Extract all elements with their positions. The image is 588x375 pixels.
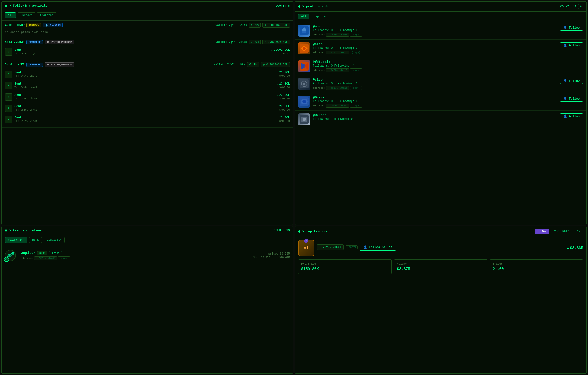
tx-amount-3-1: ↓ 20 SOL $400.00 bbox=[276, 71, 290, 77]
tx-type: Sent bbox=[14, 48, 269, 52]
pnl-value: $3.36M bbox=[570, 246, 583, 250]
tx-icon-3-5: ≡ bbox=[5, 116, 12, 123]
profile-info-label: > profile_info bbox=[302, 5, 329, 8]
profile-count: COUNT: 10 bbox=[560, 5, 576, 8]
tx-amount-3-4: ↓ 20 SOL $400.00 bbox=[276, 105, 290, 111]
sort-liquidity[interactable]: Liquidity bbox=[44, 237, 65, 243]
sol-3: ◎ 0.0000869 SOL bbox=[261, 62, 290, 67]
tx-row-3-3: ≡ Sent To: ptwC...hUE8 ↓ 20 SOL $400.00 bbox=[5, 91, 290, 103]
tx-row-3-2: ≡ Sent To: 5dYB...gmC7 ↓ 20 SOL $400.00 bbox=[5, 80, 290, 91]
tx-details-3-2: Sent To: 5dYB...gmC7 bbox=[14, 82, 274, 89]
filter-unknown[interactable]: unknown bbox=[18, 12, 35, 18]
trending-tokens-header: > trending_tokens COUNT: 20 bbox=[2, 226, 293, 235]
profile-name-sun: @sun bbox=[313, 25, 557, 28]
following-activity-header: > following_activity COUNT: 5 bbox=[2, 2, 293, 10]
profile-info-title: > profile_info bbox=[298, 5, 329, 8]
avatar-sun bbox=[298, 25, 310, 37]
tx-amount-3-3: ↓ 20 SOL $400.00 bbox=[276, 93, 290, 100]
tx-row-3-4: ≡ Sent To: 8kj5...FNSZ ↓ 20 SOL $400.00 bbox=[5, 103, 290, 114]
profile-info-club: @club Followers: 0 Following: 0 address:… bbox=[313, 78, 557, 90]
add-profile-button[interactable]: + bbox=[578, 4, 583, 9]
tx-usd: $0.02 bbox=[271, 52, 290, 55]
profile-item-club: @club Followers: 0 Following: 0 address:… bbox=[295, 75, 586, 93]
copy-trader[interactable]: [copy] bbox=[346, 245, 358, 249]
tx-type-3-4: Sent bbox=[14, 105, 274, 108]
badge-raydium-1: 💧 RAYDIUM bbox=[43, 23, 63, 27]
sort-rank[interactable]: Rank bbox=[29, 237, 42, 243]
tx-icon-3-2: ≡ bbox=[5, 82, 12, 89]
profile-filter-all[interactable]: All bbox=[298, 14, 309, 19]
stat-label-volume: Volume bbox=[397, 262, 484, 265]
profile-info-elon: @elon Followers: 0 Following: 0 address:… bbox=[313, 42, 557, 54]
tx-sol-3-2: ↓ 20 SOL bbox=[276, 82, 290, 86]
copy-davei[interactable]: [copy] bbox=[350, 104, 362, 108]
activity-item-2: 4pcJ...LH3F TRANSFER 🖥 SYSTEM_PROGRAM wa… bbox=[2, 37, 293, 60]
profile-filter-explorer[interactable]: Explorer bbox=[311, 14, 330, 19]
follow-sun-button[interactable]: 👤 Follow bbox=[560, 25, 583, 31]
tx-to: To: HFqU...7gRe bbox=[14, 52, 269, 55]
profile-item-elon: @elon Followers: 0 Following: 0 address:… bbox=[295, 40, 586, 57]
tx-row-2-1: ≡ Sent To: HFqU...7gRe ↓ 0.001 SOL $0.02 bbox=[5, 46, 290, 57]
profile-name-davei: @Davei bbox=[313, 96, 557, 99]
follow-wallet-button[interactable]: 👤 Follow Wallet bbox=[359, 244, 396, 251]
trader-rank-label: #1 bbox=[304, 246, 309, 250]
jupiter-price: price: $0.925 bbox=[253, 252, 290, 255]
profile-addr-fdbubble: address: → 8rPh...DfvP [copy] bbox=[313, 68, 583, 72]
wallet-addr-1: wallet: 7qVZ...oKts bbox=[216, 24, 247, 27]
tx-amount-3-2: ↓ 20 SOL $400.00 bbox=[276, 82, 290, 89]
rank-wrapper: #1 bbox=[5, 250, 16, 261]
trader-addr-section: → 7qVZ...oKts [copy] 👤 Follow Wallet bbox=[317, 244, 564, 253]
trader-addr-button[interactable]: → 7qVZ...oKts bbox=[317, 244, 344, 250]
profile-item-fdbubble: @fdbubble Followers: 0 Following: 4 addr… bbox=[295, 57, 586, 75]
sort-bar: Volume 24h Rank Liquidity bbox=[2, 235, 293, 245]
time-2: ⏱ 9m bbox=[249, 40, 261, 44]
tx-sol-3-3: ↓ 20 SOL bbox=[276, 93, 290, 97]
addr-link-club: → DpZJ...8gas bbox=[326, 86, 349, 90]
trader-stats: PNL/Trade $159.86K Volume $3.37M Trades … bbox=[298, 259, 583, 274]
top-traders-header: > top_traders TODAY YESTERDAY 1W bbox=[295, 226, 586, 237]
profile-info-panel: > profile_info COUNT: 10 + All Explorer … bbox=[295, 1, 587, 225]
profile-name-fdbubble: @fdbubble bbox=[313, 60, 583, 64]
trade-jupiter-button[interactable]: Trade bbox=[49, 251, 62, 255]
follow-elon-button[interactable]: 👤 Follow bbox=[560, 42, 583, 48]
wallet-addr-2: wallet: 7qVZ...oKts bbox=[216, 41, 247, 44]
period-yesterday[interactable]: YESTERDAY bbox=[551, 229, 572, 234]
badge-unknown-1: UNKNOWN bbox=[26, 23, 41, 27]
period-today[interactable]: TODAY bbox=[535, 229, 549, 234]
profile-info-sun: @sun Followers: 0 Following: 0 address: … bbox=[313, 25, 557, 37]
sort-volume[interactable]: Volume 24h bbox=[5, 237, 27, 243]
period-1w[interactable]: 1W bbox=[574, 229, 583, 234]
copy-club[interactable]: [copy] bbox=[350, 86, 362, 90]
profile-name-club: @club bbox=[313, 78, 557, 82]
token-addr-label: address: bbox=[21, 257, 33, 260]
follow-davei-button[interactable]: 👤 Follow bbox=[560, 96, 583, 102]
tx-icon-3-4: ≡ bbox=[5, 105, 12, 112]
profile-info-0x1nno: @0x1nno Followers: Following: 0 bbox=[313, 113, 557, 121]
tx-id-3: 5rc8...s2KF bbox=[5, 63, 25, 66]
copy-elon[interactable]: [copy] bbox=[350, 51, 362, 54]
copy-fdbubble[interactable]: [copy] bbox=[350, 68, 362, 72]
jupiter-addr: → JUPy...DvCN bbox=[34, 256, 57, 260]
badge-transfer-3: TRANSFER bbox=[26, 63, 43, 67]
tx-details-3-3: Sent To: ptwC...hUE8 bbox=[14, 93, 274, 100]
tx-usd-3-1: $400.00 bbox=[276, 75, 290, 77]
filter-all[interactable]: All bbox=[5, 12, 16, 18]
profile-stats-fdbubble: Followers: 0 Following: 4 bbox=[313, 64, 583, 67]
avatar-elon bbox=[298, 42, 310, 54]
tx-amount: ↓ 0.001 SOL $0.02 bbox=[271, 48, 290, 55]
tx-type-3-1: Sent bbox=[14, 71, 274, 74]
filter-transfer[interactable]: transfer bbox=[37, 12, 56, 18]
profile-addr-sun: address: → G54b...GTv1 [copy] bbox=[313, 33, 557, 37]
copy-jupiter[interactable]: [copy] bbox=[58, 256, 70, 260]
avatar-0x1nno bbox=[298, 113, 310, 125]
top-traders-panel: > top_traders TODAY YESTERDAY 1W ⚡ #1 → … bbox=[295, 226, 587, 374]
top-traders-title: > top_traders bbox=[298, 230, 327, 233]
trader-addr-row: → 7qVZ...oKts [copy] 👤 Follow Wallet bbox=[317, 244, 564, 251]
activity-list: 4PdC...D5dR UNKNOWN 💧 RAYDIUM wallet: 7q… bbox=[2, 21, 293, 128]
addr-link-fdbubble: → 8rPh...DfvP bbox=[326, 68, 349, 72]
copy-sun[interactable]: [copy] bbox=[350, 33, 362, 37]
follow-0x1nno-button[interactable]: 👤 Follow bbox=[560, 113, 583, 119]
avatar-fdbubble bbox=[298, 60, 310, 72]
follow-club-button[interactable]: 👤 Follow bbox=[560, 78, 583, 84]
activity-header-1: 4PdC...D5dR UNKNOWN 💧 RAYDIUM wallet: 7q… bbox=[5, 23, 290, 28]
